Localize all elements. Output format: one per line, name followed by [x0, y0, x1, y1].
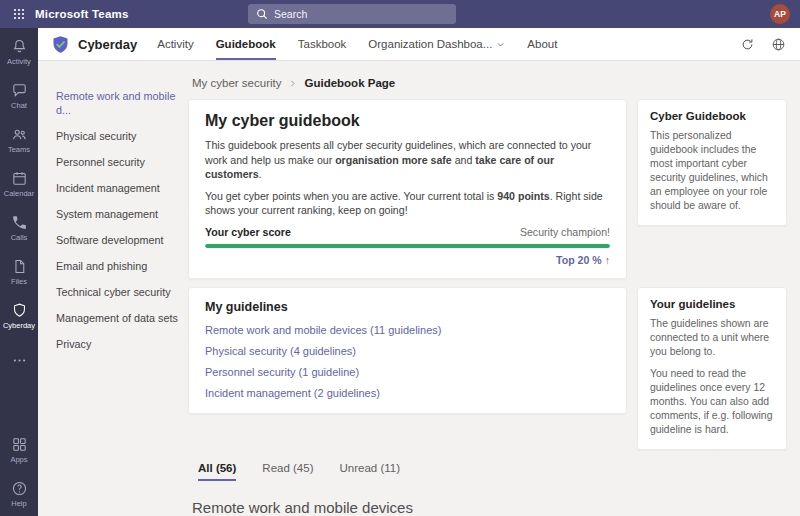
side-card-body: This personalized guidebook includes the… — [650, 129, 774, 213]
tab-label: Guidebook — [216, 38, 276, 50]
phone-icon — [11, 214, 28, 231]
rail-item-apps[interactable]: Apps — [0, 428, 38, 472]
app-title: Cyberday — [78, 37, 137, 52]
sidebar-item-personnel-security[interactable]: Personnel security — [38, 149, 186, 175]
waffle-menu-icon[interactable] — [13, 8, 25, 20]
text-segment: You get cyber points when you are active… — [205, 190, 497, 202]
section-title: Remote work and mobile devices — [192, 499, 787, 516]
sidebar-item-physical-security[interactable]: Physical security — [38, 123, 186, 149]
tab-label: Taskbook — [298, 38, 347, 50]
rail-item-chat[interactable]: Chat — [0, 74, 38, 118]
search-input[interactable] — [274, 8, 444, 20]
shield-icon — [11, 302, 28, 319]
apps-grid-icon — [11, 436, 28, 453]
sidebar-item-software-development[interactable]: Software development — [38, 227, 186, 253]
cyber-score-label: Your cyber score — [205, 226, 291, 238]
tab-taskbook[interactable]: Taskbook — [298, 28, 347, 60]
side-card-cyber-guidebook: Cyber Guidebook This personalized guideb… — [637, 99, 787, 226]
rail-label: Files — [11, 278, 27, 286]
breadcrumb-current: Guidebook Page — [304, 77, 395, 89]
tab-guidebook[interactable]: Guidebook — [216, 28, 276, 60]
filter-tab-all[interactable]: All (56) — [198, 462, 236, 481]
calendar-icon — [11, 170, 28, 187]
rail-item-cyberday[interactable]: Cyberday — [0, 294, 38, 338]
cyber-score-row: Your cyber score Security champion! — [205, 226, 610, 238]
rail-label: Help — [11, 500, 26, 508]
ellipsis-icon — [11, 352, 28, 369]
sidebar-item-remote-work[interactable]: Remote work and mobile d... — [38, 83, 186, 123]
tab-activity[interactable]: Activity — [157, 28, 193, 60]
tab-label: Activity — [157, 38, 193, 50]
rail-item-files[interactable]: Files — [0, 250, 38, 294]
guidebook-card: My cyber guidebook This guidebook presen… — [188, 99, 627, 279]
chevron-right-icon — [288, 79, 297, 88]
sidebar-item-email-phishing[interactable]: Email and phishing — [38, 253, 186, 279]
cyber-score-fill — [205, 244, 610, 248]
guideline-link-remote-work[interactable]: Remote work and mobile devices (11 guide… — [205, 324, 610, 336]
rail-item-calls[interactable]: Calls — [0, 206, 38, 250]
app-rail: Activity Chat Teams Calendar Calls Files… — [0, 28, 38, 516]
rail-item-calendar[interactable]: Calendar — [0, 162, 38, 206]
rail-item-help[interactable]: Help — [0, 472, 38, 516]
text-segment: . — [259, 168, 262, 180]
sidebar-item-incident-management[interactable]: Incident management — [38, 175, 186, 201]
sidebar-item-technical-cyber-security[interactable]: Technical cyber security — [38, 279, 186, 305]
sidebar-item-system-management[interactable]: System management — [38, 201, 186, 227]
cyber-score-status: Security champion! — [520, 226, 610, 238]
guideline-link-physical-security[interactable]: Physical security (4 guidelines) — [205, 345, 610, 357]
cyber-score-progressbar — [205, 244, 610, 248]
tab-organization-dashboard[interactable]: Organization Dashboa... — [368, 28, 505, 60]
side-card-body: The guidelines shown are connected to a … — [650, 317, 774, 359]
rail-label: Apps — [10, 456, 27, 464]
side-card-body: You need to read the guidelines once eve… — [650, 367, 774, 437]
rail-spacer — [0, 382, 38, 428]
teams-topbar: Microsoft Teams AP — [0, 0, 800, 28]
breadcrumb: My cyber security Guidebook Page — [192, 77, 787, 89]
guideline-link-personnel-security[interactable]: Personnel security (1 guideline) — [205, 366, 610, 378]
header-actions — [740, 37, 786, 52]
read-filter-tabs: All (56) Read (45) Unread (11) — [188, 458, 787, 481]
content-area: Remote work and mobile d... Physical sec… — [38, 61, 800, 516]
rail-item-activity[interactable]: Activity — [0, 30, 38, 74]
avatar[interactable]: AP — [770, 4, 790, 24]
search-icon — [256, 8, 268, 20]
rail-label: Calls — [11, 234, 28, 242]
tab-about[interactable]: About — [527, 28, 557, 60]
ranking-link[interactable]: Top 20 % ↑ — [205, 254, 610, 266]
globe-icon[interactable] — [771, 37, 786, 52]
rail-item-more[interactable] — [0, 338, 38, 382]
points-total: 940 points — [497, 190, 549, 202]
sidebar-item-data-sets[interactable]: Management of data sets — [38, 305, 186, 331]
rail-label: Cyberday — [3, 322, 35, 330]
guideline-link-incident-management[interactable]: Incident management (2 guidelines) — [205, 387, 610, 399]
points-text: You get cyber points when you are active… — [205, 189, 610, 218]
side-card-title: Your guidelines — [650, 298, 774, 310]
rail-item-teams[interactable]: Teams — [0, 118, 38, 162]
rail-label: Chat — [11, 102, 27, 110]
filter-tab-unread[interactable]: Unread (11) — [339, 462, 400, 481]
cyberday-logo-icon — [50, 34, 71, 55]
main-panel: My cyber security Guidebook Page My cybe… — [186, 61, 800, 516]
chevron-down-icon — [496, 40, 505, 49]
my-guidelines-card: My guidelines Remote work and mobile dev… — [188, 287, 627, 414]
file-icon — [11, 258, 28, 275]
my-guidelines-title: My guidelines — [205, 300, 610, 314]
refresh-icon[interactable] — [740, 37, 755, 52]
rail-label: Activity — [7, 58, 31, 66]
search-box[interactable] — [248, 4, 456, 24]
tab-label: Organization Dashboa... — [368, 38, 492, 50]
text-segment-bold: organisation more safe — [335, 154, 452, 166]
tab-label: About — [527, 38, 557, 50]
breadcrumb-parent[interactable]: My cyber security — [192, 77, 281, 89]
side-card-your-guidelines: Your guidelines The guidelines shown are… — [637, 287, 787, 450]
rail-label: Teams — [8, 146, 30, 154]
guidebook-intro: This guidebook presents all cyber securi… — [205, 138, 610, 182]
app-tabs: Activity Guidebook Taskbook Organization… — [157, 28, 557, 60]
text-segment: and — [452, 154, 476, 166]
filter-tab-read[interactable]: Read (45) — [262, 462, 313, 481]
page-title: My cyber guidebook — [205, 112, 610, 130]
help-icon — [11, 480, 28, 497]
rail-label: Calendar — [4, 190, 34, 198]
app-header: Cyberday Activity Guidebook Taskbook Org… — [38, 28, 800, 61]
sidebar-item-privacy[interactable]: Privacy — [38, 331, 186, 357]
